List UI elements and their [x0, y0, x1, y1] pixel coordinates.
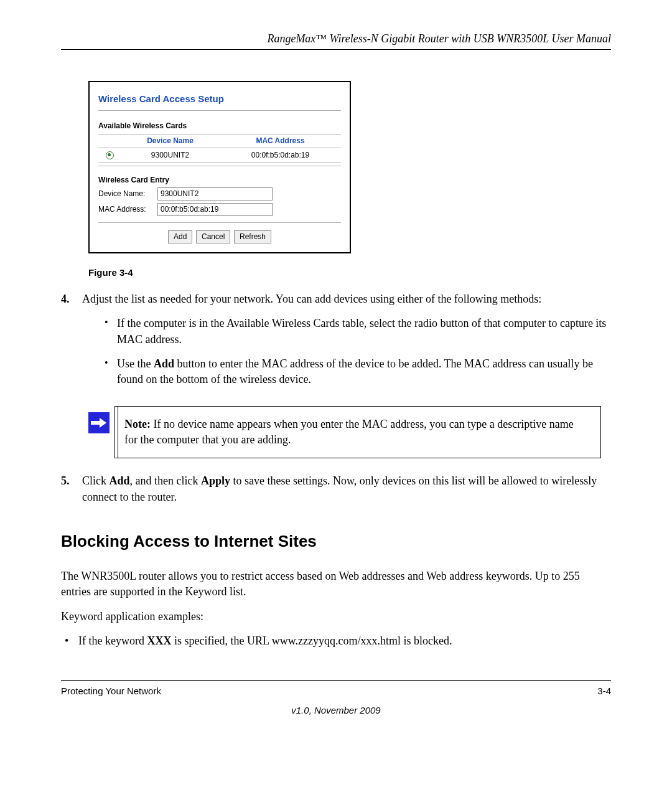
step-4-bullet-1: If the computer is in the Available Wire… [105, 316, 611, 347]
available-cards-heading: Available Wireless Cards [98, 121, 341, 131]
section-paragraph-1: The WNR3500L router allows you to restri… [61, 569, 611, 600]
panel-divider-1 [98, 110, 341, 111]
footer-section-name: Protecting Your Network [61, 684, 161, 697]
section-paragraph-2: Keyword application examples: [61, 609, 611, 625]
keyword-example-bullet-1: If the keyword XXX is specified, the URL… [61, 633, 611, 649]
mac-address-input[interactable]: 00:0f:b5:0d:ab:19 [157, 203, 273, 216]
panel-divider-2 [98, 166, 341, 166]
mac-address-label: MAC Address: [98, 204, 157, 215]
step-4-text: Adjust the list as needed for your netwo… [82, 293, 541, 305]
wireless-card-entry-heading: Wireless Card Entry [98, 175, 341, 186]
header-rule [61, 49, 611, 50]
panel-divider-3 [98, 222, 341, 223]
panel-title: Wireless Card Access Setup [98, 92, 341, 105]
wireless-card-access-setup-panel: Wireless Card Access Setup Available Wir… [88, 81, 351, 253]
figure-caption: Figure 3-4 [88, 266, 611, 279]
step-4-bullet-2: Use the Add button to enter the MAC addr… [105, 356, 611, 387]
col-device-name: Device Name [121, 134, 220, 148]
page-footer: Protecting Your Network 3-4 v1.0, Novemb… [61, 680, 611, 717]
step-5-text: Click Add, and then click Apply to save … [82, 473, 611, 504]
footer-page-number: 3-4 [597, 684, 611, 697]
note-text: Note: If no device name appears when you… [118, 407, 600, 458]
row-radio-selected-icon[interactable] [106, 151, 114, 159]
footer-version: v1.0, November 2009 [61, 704, 611, 717]
device-name-label: Device Name: [98, 189, 157, 199]
cell-device-name: 9300UNIT2 [121, 148, 220, 163]
cell-mac-address: 00:0f:b5:0d:ab:19 [220, 148, 341, 163]
doc-header-title: RangeMax™ Wireless-N Gigabit Router with… [61, 31, 611, 47]
note-box: Note: If no device name appears when you… [88, 406, 601, 458]
section-heading-blocking-access: Blocking Access to Internet Sites [61, 530, 611, 552]
available-cards-table: Device Name MAC Address 9300UNIT2 00:0f:… [98, 134, 341, 163]
step-4-number: 4. [61, 291, 82, 396]
col-mac-address: MAC Address [220, 134, 341, 148]
step-4: 4. Adjust the list as needed for your ne… [61, 291, 611, 396]
table-row[interactable]: 9300UNIT2 00:0f:b5:0d:ab:19 [98, 148, 341, 163]
footer-rule [61, 680, 611, 681]
add-button[interactable]: Add [168, 230, 192, 243]
cancel-button[interactable]: Cancel [196, 230, 230, 243]
device-name-input[interactable]: 9300UNIT2 [157, 187, 273, 201]
step-5-number: 5. [61, 473, 82, 504]
note-label: Note: [124, 418, 151, 430]
arrow-right-icon [88, 412, 110, 433]
step-5: 5. Click Add, and then click Apply to sa… [61, 473, 611, 504]
col-radio [98, 134, 121, 148]
refresh-button[interactable]: Refresh [234, 230, 271, 243]
add-bold: Add [154, 357, 174, 370]
